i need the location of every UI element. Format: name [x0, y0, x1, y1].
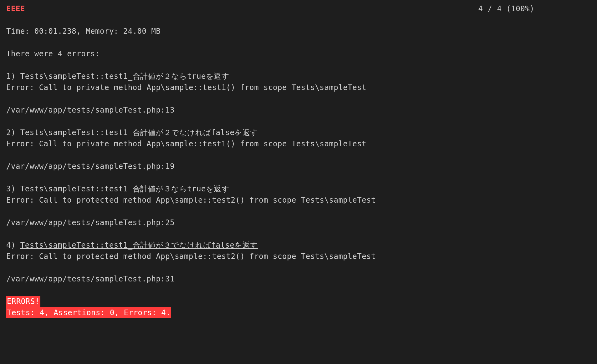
error-number: 2) [6, 128, 20, 137]
error-block: 4) Tests\sampleTest::test1_合計値が３でなければfal… [6, 240, 591, 296]
error-message: Error: Call to protected method App\samp… [6, 251, 591, 262]
error-test-name: Tests\sampleTest::test1_合計値が３ならtrueを返す [20, 185, 230, 193]
error-location: /var/www/app/tests/sampleTest.php:31 [6, 273, 591, 285]
error-block: 2) Tests\sampleTest::test1_合計値が２でなければfal… [6, 127, 591, 183]
error-title: 4) Tests\sampleTest::test1_合計値が３でなければfal… [6, 240, 591, 251]
blank-line [6, 228, 591, 240]
error-location: /var/www/app/tests/sampleTest.php:25 [6, 217, 591, 228]
summary-block: ERRORS! Tests: 4, Assertions: 0, Errors:… [6, 296, 591, 318]
blank-line [6, 285, 591, 296]
error-number: 4) [6, 241, 20, 250]
errors-header: There were 4 errors: [6, 48, 591, 59]
error-location: /var/www/app/tests/sampleTest.php:19 [6, 161, 591, 172]
error-number: 3) [6, 185, 20, 193]
top-line: EEEE 4 / 4 (100%) [6, 3, 591, 14]
error-location: /var/www/app/tests/sampleTest.php:13 [6, 104, 591, 116]
blank-line [6, 14, 591, 26]
blank-line [6, 93, 591, 104]
blank-line [6, 172, 591, 183]
error-test-name: Tests\sampleTest::test1_合計値が２ならtrueを返す [20, 72, 230, 81]
error-markers: EEEE [6, 3, 25, 14]
error-message: Error: Call to protected method App\samp… [6, 195, 591, 206]
blank-line [6, 206, 591, 217]
error-number: 1) [6, 72, 20, 81]
progress-indicator: 4 / 4 (100%) [478, 3, 591, 14]
time-memory-line: Time: 00:01.238, Memory: 24.00 MB [6, 26, 591, 37]
blank-line [6, 262, 591, 273]
error-title: 2) Tests\sampleTest::test1_合計値が２でなければfal… [6, 127, 591, 138]
errors-container: 1) Tests\sampleTest::test1_合計値が２ならtrueを返… [6, 71, 591, 296]
summary-errors-label: ERRORS! [6, 296, 40, 307]
error-message: Error: Call to private method App\sample… [6, 82, 591, 93]
blank-line [6, 59, 591, 71]
summary-stats: Tests: 4, Assertions: 0, Errors: 4. [6, 307, 171, 318]
error-test-name: Tests\sampleTest::test1_合計値が３でなければfalseを… [20, 241, 258, 250]
error-title: 1) Tests\sampleTest::test1_合計値が２ならtrueを返… [6, 71, 591, 82]
blank-line [6, 37, 591, 48]
error-block: 3) Tests\sampleTest::test1_合計値が３ならtrueを返… [6, 183, 591, 240]
blank-line [6, 116, 591, 127]
error-message: Error: Call to private method App\sample… [6, 138, 591, 149]
error-block: 1) Tests\sampleTest::test1_合計値が２ならtrueを返… [6, 71, 591, 127]
blank-line [6, 149, 591, 161]
error-test-name: Tests\sampleTest::test1_合計値が２でなければfalseを… [20, 128, 258, 137]
error-title: 3) Tests\sampleTest::test1_合計値が３ならtrueを返… [6, 183, 591, 195]
